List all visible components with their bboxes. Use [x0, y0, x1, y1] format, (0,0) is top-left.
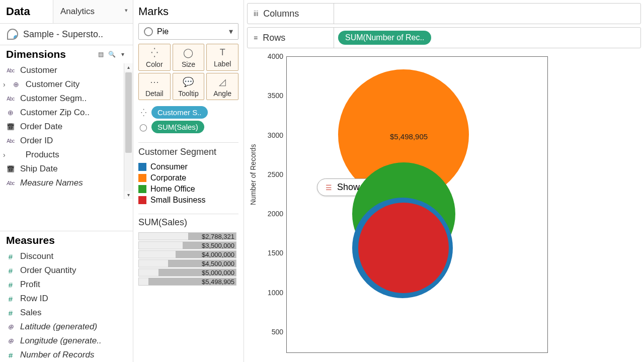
field-type-icon: [5, 281, 16, 289]
mark-angle-button[interactable]: ◿Angle: [206, 73, 238, 100]
measure-order-quantity[interactable]: Order Quantity: [0, 263, 133, 278]
y-tick: 3500: [268, 92, 283, 100]
data-tabs: Data Analytics: [0, 0, 133, 24]
y-axis-title: Number of Records: [249, 144, 257, 205]
mark-type-select[interactable]: Pie: [138, 23, 238, 40]
measure-longitude-generate-[interactable]: Longitude (generate..: [0, 334, 133, 348]
field-type-icon: [5, 337, 16, 345]
scroll-thumb[interactable]: [125, 72, 132, 153]
datasource-name: Sample - Supersto..: [23, 29, 103, 40]
field-type-icon: [5, 351, 16, 359]
plot-area[interactable]: Show Me $5,498,905: [286, 56, 548, 353]
mark-pill-row: ◯SUM(Sales): [138, 121, 238, 133]
bubble-value-label: $5,498,905: [390, 132, 428, 141]
marks-title: Marks: [138, 4, 238, 19]
mark-size-button[interactable]: ◯Size: [173, 44, 205, 71]
measures-header: Measures: [0, 231, 133, 249]
y-tick: 500: [272, 328, 283, 336]
dimension-ship-date[interactable]: Ship Date: [0, 162, 133, 176]
y-tick: 1500: [268, 249, 283, 257]
pill-slot-icon: ⁛: [138, 109, 148, 117]
viz-main: iii Columns ≡ Rows SUM(Number of Rec.. N…: [244, 0, 644, 362]
field-type-icon: [5, 67, 16, 74]
search-icon[interactable]: 🔍: [108, 51, 116, 58]
dimensions-menu-icon[interactable]: ▾: [119, 51, 127, 58]
legend-title: Customer Segment: [138, 142, 238, 157]
field-type-icon: [5, 137, 16, 144]
size-legend-item: $5,000,000: [138, 268, 238, 277]
dimensions-scrollbar[interactable]: ▴ ▾: [124, 63, 133, 199]
mark-pill-row: ⁛Customer S..: [138, 106, 238, 119]
field-type-icon: [5, 123, 16, 131]
columns-shelf[interactable]: iii Columns: [247, 3, 641, 24]
dimension-measure-names[interactable]: Measure Names: [0, 176, 133, 190]
mark-type-label: Pie: [157, 27, 169, 36]
dimensions-scroll: CustomerCustomer CityCustomer Segm..Cust…: [0, 63, 133, 231]
tab-data[interactable]: Data: [0, 0, 53, 23]
rows-shelf-body[interactable]: SUM(Number of Rec..: [334, 31, 640, 45]
measure-sales[interactable]: Sales: [0, 306, 133, 320]
dimension-customer[interactable]: Customer: [0, 63, 133, 77]
datasource-icon: [7, 29, 18, 40]
size-legend-item: $5,498,905: [138, 277, 238, 286]
dimension-order-date[interactable]: Order Date: [0, 120, 133, 134]
measure-number-of-records[interactable]: Number of Records: [0, 348, 133, 362]
y-tick: 3000: [268, 131, 283, 139]
field-type-icon: [5, 309, 16, 317]
angle-icon: ◿: [208, 76, 237, 87]
bubble-mark[interactable]: [358, 203, 449, 293]
y-tick: 1000: [268, 289, 283, 297]
measure-row-id[interactable]: Row ID: [0, 292, 133, 306]
y-tick: 4000: [268, 52, 283, 60]
pill-slot-icon: ◯: [138, 123, 148, 131]
viz-canvas[interactable]: Number of Records 4000350030002500200015…: [247, 51, 641, 359]
field-type-icon: [5, 266, 16, 275]
scroll-down-icon[interactable]: ▾: [124, 191, 133, 199]
legend-item-corporate[interactable]: Corporate: [138, 172, 238, 184]
size-legend-title: SUM(Sales): [138, 214, 238, 228]
color-icon: ⁛: [140, 47, 169, 58]
field-type-icon: [5, 323, 16, 331]
dimension-products[interactable]: Products: [0, 148, 133, 162]
size-legend-item: $4,000,000: [138, 250, 238, 259]
dimension-customer-segm-[interactable]: Customer Segm..: [0, 92, 133, 106]
data-panel: Data Analytics Sample - Supersto.. Dimen…: [0, 0, 133, 362]
rows-icon: ≡: [254, 34, 258, 42]
mark-color-button[interactable]: ⁛Color: [138, 44, 171, 71]
pill-sum-sales-[interactable]: SUM(Sales): [151, 121, 204, 133]
mark-label-button[interactable]: TLabel: [206, 44, 238, 71]
size-legend-item: $2,788,321: [138, 232, 238, 241]
size-icon: ◯: [174, 47, 203, 58]
rows-shelf[interactable]: ≡ Rows SUM(Number of Rec..: [247, 27, 641, 48]
legend-item-home-office[interactable]: Home Office: [138, 184, 238, 195]
pill-customer-s-[interactable]: Customer S..: [151, 106, 208, 119]
measure-discount[interactable]: Discount: [0, 249, 133, 263]
dimensions-title: Dimensions: [6, 48, 94, 60]
tab-analytics[interactable]: Analytics: [53, 0, 133, 23]
scroll-up-icon[interactable]: ▴: [124, 63, 133, 71]
mark-detail-button[interactable]: ⋯Detail: [138, 73, 171, 100]
measure-profit[interactable]: Profit: [0, 278, 133, 292]
dimension-order-id[interactable]: Order ID: [0, 134, 133, 148]
field-type-icon: [5, 295, 16, 303]
columns-shelf-label: iii Columns: [248, 4, 334, 24]
field-type-icon: [5, 95, 16, 102]
label-icon: T: [208, 47, 237, 58]
datasource-row[interactable]: Sample - Supersto..: [0, 24, 133, 45]
legend-item-small-business[interactable]: Small Business: [138, 195, 238, 206]
tooltip-icon: 💬: [174, 76, 203, 87]
measure-latitude-generated-[interactable]: Latitude (generated): [0, 320, 133, 334]
y-tick: 2500: [268, 170, 283, 178]
dimension-customer-zip-co-[interactable]: Customer Zip Co..: [0, 106, 133, 120]
legend-item-consumer[interactable]: Consumer: [138, 161, 238, 172]
field-type-icon: [11, 80, 22, 88]
field-type-icon: [5, 179, 16, 187]
size-legend-item: $4,500,000: [138, 259, 238, 268]
y-axis: 4000350030002500200015001000500: [261, 56, 285, 359]
view-list-icon[interactable]: ▤: [97, 51, 105, 58]
measures-title: Measures: [6, 234, 127, 246]
rows-pill-sum-records[interactable]: SUM(Number of Rec..: [338, 31, 431, 45]
y-tick: 2000: [268, 210, 283, 218]
mark-tooltip-button[interactable]: 💬Tooltip: [173, 73, 205, 100]
dimension-customer-city[interactable]: Customer City: [0, 77, 133, 92]
